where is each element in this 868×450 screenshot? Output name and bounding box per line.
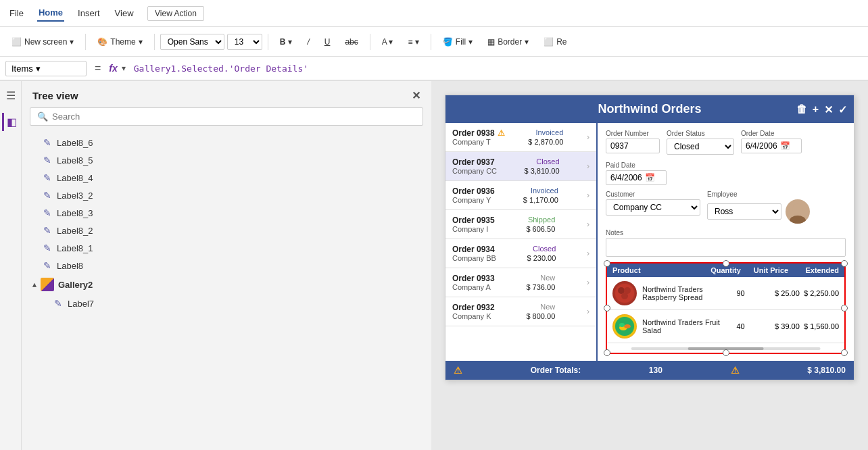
tree-item-label-8-5-text: Label8_5 [57, 155, 93, 166]
add-icon[interactable]: + [813, 103, 819, 116]
strikethrough-button[interactable]: abc [339, 34, 364, 50]
check-icon[interactable]: ✓ [838, 103, 847, 116]
tree-item-label8-2[interactable]: ✎ Label8_2 [22, 222, 431, 239]
order-right-0937: Closed $ 3,810.00 [525, 157, 560, 175]
order-item-0934[interactable]: Order 0934 Company BB Closed $ 230.00 › [445, 239, 596, 268]
items-dropdown[interactable]: Items ▾ [5, 61, 87, 76]
avatar-image [786, 199, 810, 224]
detail-field-order-date: Order Date 6/4/2006 📅 [741, 130, 802, 155]
product-ext-0: $ 2,250.00 [800, 289, 839, 297]
product-name-1: Northwind Traders Fruit Salad [642, 318, 721, 334]
tree-search-box[interactable]: 🔍 [30, 107, 423, 126]
tree-item-label3-2[interactable]: ✎ Label3_2 [22, 186, 431, 204]
order-item-left-0937: Order 0937 Company CC [452, 157, 497, 175]
italic-button[interactable]: / [301, 34, 315, 50]
customer-select[interactable]: Company CC [606, 199, 700, 216]
search-input[interactable] [52, 111, 416, 122]
toolbar-sep-5 [431, 34, 431, 50]
menu-insert[interactable]: Insert [76, 5, 101, 21]
toolbar-sep-3 [268, 34, 268, 50]
order-item-0937[interactable]: Order 0937 Company CC Closed $ 3,810.00 … [445, 152, 596, 181]
underline-button[interactable]: U [318, 34, 337, 50]
chevron-right-0936: › [587, 191, 589, 200]
order-num-0935: Order 0935 [452, 216, 495, 225]
tree-item-label8-3[interactable]: ✎ Label8_3 [22, 204, 431, 222]
order-number-input[interactable] [606, 139, 660, 153]
order-status-select[interactable]: Closed [667, 139, 734, 155]
view-action-button[interactable]: View Action [147, 6, 204, 21]
font-family-select[interactable]: Open Sans [160, 34, 224, 50]
order-item-0935[interactable]: Order 0935 Company I Shipped $ 606.50 › [445, 210, 596, 239]
chevron-right-0932: › [587, 307, 589, 316]
app-header: Northwind Orders 🗑 + ✕ ✓ [445, 95, 854, 123]
tree-item-label-8-1-text: Label8_1 [57, 243, 93, 253]
re-button[interactable]: ⬜ Re [537, 34, 573, 50]
chevron-right-0935: › [587, 220, 589, 229]
order-right-0933: New $ 736.00 [526, 274, 555, 291]
handle-mr[interactable] [841, 305, 848, 311]
tree-item-label8-6[interactable]: ✎ Label8_6 [22, 134, 431, 151]
order-item-0936[interactable]: Order 0936 Company Y Invoiced $ 1,170.00… [445, 181, 596, 210]
order-num-0934: Order 0934 [452, 245, 496, 254]
handle-tr[interactable] [841, 260, 848, 267]
font-color-button[interactable]: A ▾ [376, 34, 400, 50]
notes-input[interactable] [606, 238, 846, 257]
tree-item-label8[interactable]: ✎ Label8 [22, 257, 431, 274]
fill-button[interactable]: 🪣 Fill ▾ [437, 34, 479, 50]
theme-icon: 🎨 [97, 37, 107, 47]
product-row-0[interactable]: Northwind Traders Raspberry Spread 90 $ … [607, 277, 844, 310]
handle-br[interactable] [841, 349, 848, 356]
tree-item-label8-4[interactable]: ✎ Label8_4 [22, 169, 431, 186]
handle-bl[interactable] [604, 349, 610, 356]
bold-button[interactable]: B ▾ [274, 34, 299, 50]
order-item-0932[interactable]: Order 0932 Company K New $ 800.00 › [445, 297, 596, 326]
order-right-0936: Invoiced $ 1,170.00 [523, 186, 558, 204]
tree-item-label8-1[interactable]: ✎ Label8_1 [22, 239, 431, 257]
tree-items: ✎ Label8_6 ✎ Label8_5 ✎ Label8_4 ✎ Label… [22, 131, 431, 450]
handle-ml[interactable] [604, 305, 610, 311]
label-icon-8-2: ✎ [43, 225, 51, 236]
search-icon: 🔍 [37, 111, 48, 122]
menu-bar: File Home Insert View Action View Action [0, 0, 868, 27]
calendar-icon-order[interactable]: 📅 [780, 141, 790, 151]
tree-item-label-8-text: Label8 [57, 261, 83, 271]
trash-icon[interactable]: 🗑 [796, 103, 807, 116]
order-amount-0933: $ 736.00 [526, 283, 555, 291]
fill-chevron: ▾ [468, 37, 473, 47]
paid-date-input[interactable]: 6/4/2006 📅 [606, 170, 667, 185]
new-screen-button[interactable]: ⬜ New screen ▾ [5, 34, 80, 50]
order-item-0933[interactable]: Order 0933 Company A New $ 736.00 › [445, 268, 596, 297]
border-button[interactable]: ▦ Border ▾ [481, 34, 535, 50]
order-status-0934: Closed [533, 245, 556, 253]
tree-item-label8-5[interactable]: ✎ Label8_5 [22, 151, 431, 169]
detail-row-1: Order Number Order Status Closed Order D… [606, 130, 846, 185]
font-size-select[interactable]: 13 [227, 34, 262, 50]
theme-button[interactable]: 🎨 Theme ▾ [91, 34, 148, 50]
tree-item-label-7-text: Label7 [68, 299, 94, 309]
svg-point-0 [792, 203, 803, 214]
order-amount-0938: $ 2,870.00 [528, 138, 563, 146]
chevron-right-0933: › [587, 278, 589, 287]
menu-view[interactable]: View [114, 5, 135, 21]
hamburger-icon[interactable]: ☰ [3, 86, 18, 105]
app-preview: Northwind Orders 🗑 + ✕ ✓ Order 093 [445, 95, 854, 380]
menu-file[interactable]: File [8, 5, 25, 21]
tree-item-gallery2[interactable]: ▴ Gallery2 [22, 274, 431, 295]
detail-field-order-number: Order Number [606, 130, 660, 155]
border-label: Border [498, 37, 522, 47]
handle-tl[interactable] [604, 260, 610, 267]
tree-close-button[interactable]: ✕ [412, 89, 420, 102]
menu-home[interactable]: Home [37, 5, 64, 22]
order-item-0938[interactable]: Order 0938 ⚠ Company T Invoiced $ 2,870.… [445, 123, 596, 152]
employee-select[interactable]: Ross [707, 203, 781, 220]
align-button[interactable]: ≡ ▾ [402, 34, 425, 50]
order-date-input[interactable]: 6/4/2006 📅 [741, 139, 802, 153]
product-row-1[interactable]: Northwind Traders Fruit Salad 40 $ 39.00… [607, 310, 844, 343]
handle-bc[interactable] [723, 349, 729, 356]
calendar-icon-paid[interactable]: 📅 [645, 173, 655, 182]
tree-item-label7[interactable]: ✎ Label7 [22, 295, 431, 312]
formula-input[interactable] [130, 61, 863, 76]
layers-icon[interactable]: ◧ [2, 113, 20, 131]
handle-tc[interactable] [723, 260, 729, 267]
close-icon[interactable]: ✕ [824, 103, 833, 116]
